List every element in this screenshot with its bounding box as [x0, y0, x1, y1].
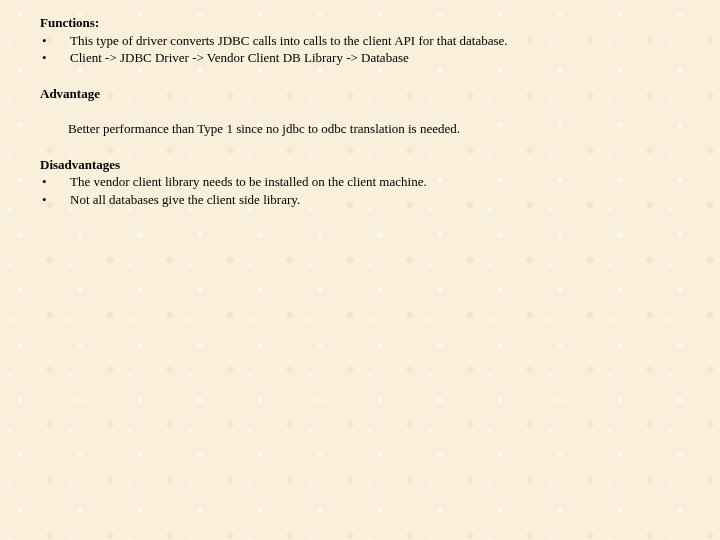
- bullet-icon: •: [40, 49, 70, 67]
- list-item-text: Not all databases give the client side l…: [70, 191, 700, 209]
- document-page: Functions: • This type of driver convert…: [0, 0, 700, 208]
- bullet-icon: •: [40, 173, 70, 191]
- list-item-text: Client -> JDBC Driver -> Vendor Client D…: [70, 49, 700, 67]
- disadvantages-heading: Disadvantages: [40, 156, 700, 174]
- bullet-icon: •: [40, 32, 70, 50]
- list-item: • This type of driver converts JDBC call…: [40, 32, 700, 50]
- list-item: • The vendor client library needs to be …: [40, 173, 700, 191]
- list-item-text: This type of driver converts JDBC calls …: [70, 32, 700, 50]
- functions-heading: Functions:: [40, 14, 700, 32]
- bullet-icon: •: [40, 191, 70, 209]
- advantage-heading: Advantage: [40, 85, 700, 103]
- list-item: • Client -> JDBC Driver -> Vendor Client…: [40, 49, 700, 67]
- list-item-text: The vendor client library needs to be in…: [70, 173, 700, 191]
- advantage-paragraph: Better performance than Type 1 since no …: [40, 120, 700, 138]
- disadvantages-list: • The vendor client library needs to be …: [40, 173, 700, 208]
- list-item: • Not all databases give the client side…: [40, 191, 700, 209]
- functions-list: • This type of driver converts JDBC call…: [40, 32, 700, 67]
